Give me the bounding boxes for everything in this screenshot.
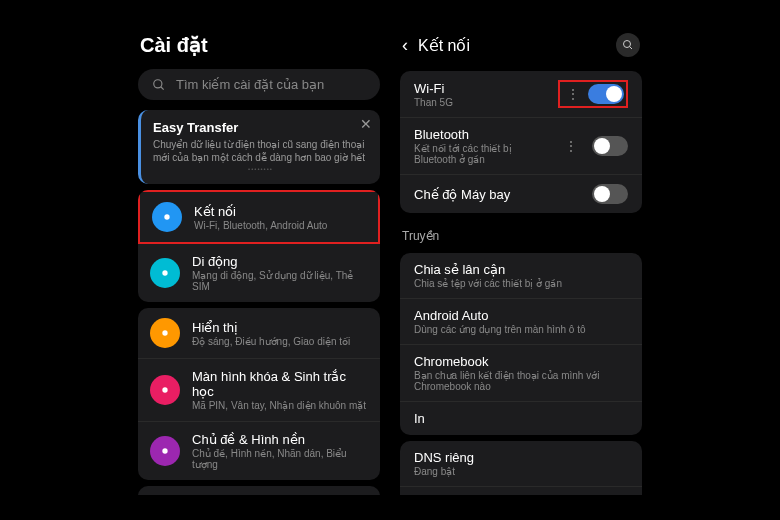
item-sub: Bạn chưa liên kết điện thoại của mình vớ… [414,370,628,392]
item-sub: Than 5G [414,97,548,108]
item-title: Bluetooth [414,127,550,142]
svg-line-10 [630,47,633,50]
promo-title: Easy Transfer [153,120,368,135]
item-icon [150,375,180,405]
svg-point-2 [164,214,169,219]
item-text: Wi-FiThan 5G [414,81,548,108]
item-title: DNS riêng [414,450,628,465]
item-sub: Đang bật [414,466,628,477]
settings-item[interactable]: Hiển thịĐộ sáng, Điều hướng, Giao diện t… [138,308,380,359]
settings-item[interactable]: Chia sẻ lân cậnChia sẻ tệp với các thiết… [400,253,642,299]
item-sub: Kết nối tới các thiết bị Bluetooth ở gần [414,143,550,165]
item-sub: Mạng di động, Sử dụng dữ liệu, Thẻ SIM [192,270,368,292]
toggle-switch[interactable] [592,184,628,204]
left-scroll[interactable]: ✕ Easy Transfer Chuyển dữ liệu từ điện t… [128,104,390,495]
item-sub: Mã PIN, Vân tay, Nhận diện khuôn mặt [192,400,368,411]
left-header: Cài đặt [128,25,390,65]
item-text: Android AutoDùng các ứng dụng trên màn h… [414,308,628,335]
settings-item[interactable]: BluetoothKết nối tới các thiết bị Blueto… [400,118,642,175]
svg-line-1 [161,86,164,89]
promo-desc: Chuyển dữ liệu từ điện thoại cũ sang điệ… [153,138,368,164]
svg-point-3 [162,270,167,275]
svg-point-0 [154,79,162,87]
promo-card[interactable]: ✕ Easy Transfer Chuyển dữ liệu từ điện t… [138,110,380,184]
item-text: Kết nốiWi-Fi, Bluetooth, Android Auto [194,204,366,231]
item-text: Chia sẻ lân cậnChia sẻ tệp với các thiết… [414,262,628,289]
item-title: In [414,411,628,426]
svg-point-9 [624,41,631,48]
settings-group: Hiển thịĐộ sáng, Điều hướng, Giao diện t… [138,308,380,480]
item-title: Wi-Fi [414,81,548,96]
item-sub: Dùng các ứng dụng trên màn hình ô tô [414,324,628,335]
item-title: Chế độ Máy bay [414,187,582,202]
settings-item[interactable]: Wi-FiThan 5G⋮ [400,71,642,118]
back-icon[interactable]: ‹ [402,35,408,56]
item-sub: Chủ đề, Hình nền, Nhãn dán, Biểu tượng [192,448,368,470]
item-title: Chủ đề & Hình nền [192,432,368,447]
search-icon [152,78,166,92]
settings-item[interactable]: Kết nốiWi-Fi, Bluetooth, Android Auto [138,190,380,244]
toggle-switch[interactable] [588,84,624,104]
item-title: Chia sẻ lân cận [414,262,628,277]
more-icon[interactable]: ⋮ [562,86,584,102]
svg-point-4 [162,330,167,335]
svg-point-5 [162,387,167,392]
section-label: Truyền [390,219,652,247]
item-title: Màn hình khóa & Sinh trắc học [192,369,368,399]
item-text: ChromebookBạn chưa liên kết điện thoại c… [414,354,628,392]
settings-item[interactable]: VPNKhông có [400,487,642,495]
settings-group: Kết nốiWi-Fi, Bluetooth, Android AutoDi … [138,190,380,302]
settings-item[interactable]: DNS riêngĐang bật [400,441,642,487]
right-phone: ‹ Kết nối Wi-FiThan 5G⋮BluetoothKết nối … [390,25,652,495]
search-button[interactable] [616,33,640,57]
toggle-switch[interactable] [592,136,628,156]
right-scroll[interactable]: Wi-FiThan 5G⋮BluetoothKết nối tới các th… [390,65,652,495]
promo-pagination: •••••••• [153,164,368,174]
item-icon [150,436,180,466]
item-text: DNS riêngĐang bật [414,450,628,477]
settings-group: Wi-FiThan 5G⋮BluetoothKết nối tới các th… [400,71,642,213]
settings-group: Âm thanhÂm lượng, Nhạc chuông, RungThông… [138,486,380,495]
item-text: Hiển thịĐộ sáng, Điều hướng, Giao diện t… [192,320,368,347]
item-text: Chế độ Máy bay [414,187,582,202]
search-icon [622,39,634,51]
page-title: Kết nối [418,36,606,55]
item-sub: Wi-Fi, Bluetooth, Android Auto [194,220,366,231]
item-title: Hiển thị [192,320,368,335]
item-title: Kết nối [194,204,366,219]
page-title: Cài đặt [140,33,208,57]
left-phone: Cài đặt Tìm kiếm cài đặt của bạn ✕ Easy … [128,25,390,495]
item-text: Di độngMạng di động, Sử dụng dữ liệu, Th… [192,254,368,292]
item-text: In [414,411,628,426]
settings-item[interactable]: Di độngMạng di động, Sử dụng dữ liệu, Th… [138,244,380,302]
item-title: Android Auto [414,308,628,323]
item-title: Chromebook [414,354,628,369]
settings-item[interactable]: Âm thanhÂm lượng, Nhạc chuông, Rung [138,486,380,495]
item-text: Chủ đề & Hình nềnChủ đề, Hình nền, Nhãn … [192,432,368,470]
search-input[interactable]: Tìm kiếm cài đặt của bạn [138,69,380,100]
settings-item[interactable]: ChromebookBạn chưa liên kết điện thoại c… [400,345,642,402]
settings-group: DNS riêngĐang bậtVPNKhông có [400,441,642,495]
search-placeholder: Tìm kiếm cài đặt của bạn [176,77,366,92]
item-icon [152,202,182,232]
item-sub: Độ sáng, Điều hướng, Giao diện tối [192,336,368,347]
settings-item[interactable]: Android AutoDùng các ứng dụng trên màn h… [400,299,642,345]
item-sub: Chia sẻ tệp với các thiết bị ở gần [414,278,628,289]
item-text: Màn hình khóa & Sinh trắc họcMã PIN, Vân… [192,369,368,411]
more-icon[interactable]: ⋮ [560,138,582,154]
settings-group: Chia sẻ lân cậnChia sẻ tệp với các thiết… [400,253,642,435]
settings-item[interactable]: Chế độ Máy bay [400,175,642,213]
right-header: ‹ Kết nối [390,25,652,65]
item-icon [150,318,180,348]
settings-item[interactable]: Chủ đề & Hình nềnChủ đề, Hình nền, Nhãn … [138,422,380,480]
item-text: BluetoothKết nối tới các thiết bị Blueto… [414,127,550,165]
svg-point-6 [162,448,167,453]
item-icon [150,258,180,288]
item-title: Di động [192,254,368,269]
settings-item[interactable]: Màn hình khóa & Sinh trắc họcMã PIN, Vân… [138,359,380,422]
settings-item[interactable]: In [400,402,642,435]
close-icon[interactable]: ✕ [360,116,372,132]
